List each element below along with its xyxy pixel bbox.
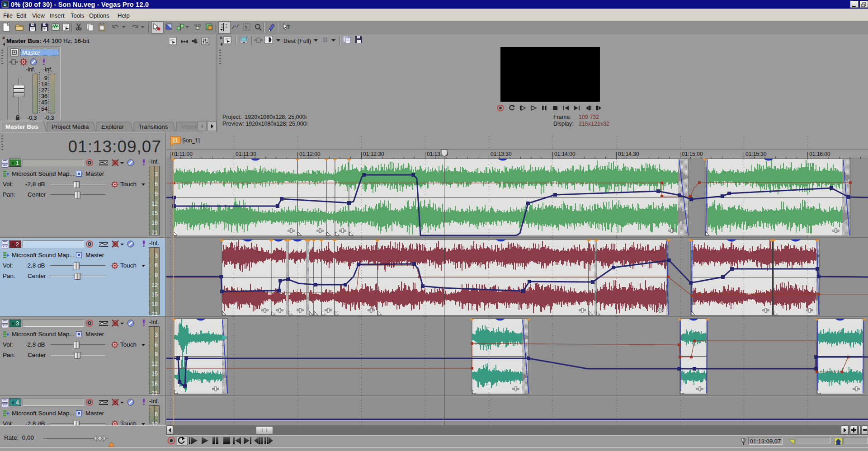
- svg-text:01:15:30: 01:15:30: [745, 151, 767, 157]
- svg-text:01:15:00: 01:15:00: [682, 151, 703, 157]
- svg-text:01:12:00: 01:12:00: [299, 151, 321, 157]
- svg-text:01:14:00: 01:14:00: [554, 151, 576, 157]
- svg-text:01:12:30: 01:12:30: [363, 151, 384, 157]
- svg-text:01:11:00: 01:11:00: [172, 151, 193, 157]
- svg-text:Son_11: Son_11: [182, 137, 201, 144]
- svg-text:11: 11: [172, 137, 178, 144]
- svg-text:01:13:30: 01:13:30: [491, 151, 512, 157]
- svg-text:01:11:30: 01:11:30: [236, 151, 256, 157]
- svg-text:01:16:00: 01:16:00: [809, 151, 830, 157]
- svg-text:01:14:30: 01:14:30: [618, 151, 639, 157]
